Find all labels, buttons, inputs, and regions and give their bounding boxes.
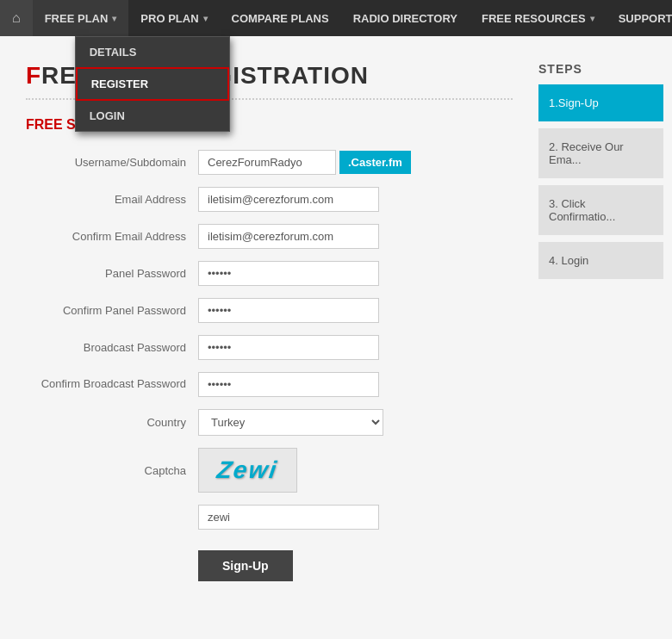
steps-panel: STEPS 1.Sign-Up 2. Receive Our Ema... 3.… [538,62,672,613]
nav-compare-plans[interactable]: COMPARE PLANS [220,0,341,36]
free-plan-dropdown: Details Register Login [75,36,230,132]
confirm-broadcast-password-row: Confirm Broadcast Password [26,372,513,397]
dropdown-register[interactable]: Register [76,67,229,101]
nav-free-plan-label: FREE PLAN [45,12,109,25]
nav-support-label: SUPPORT [619,12,672,25]
step-3: 3. Click Confirmatio... [538,185,663,235]
username-input[interactable] [198,150,336,175]
signup-button[interactable]: Sign-Up [198,550,293,581]
captcha-input[interactable] [198,505,379,530]
nav-radio-directory[interactable]: RADIO DIRECTORY [341,0,470,36]
captcha-image: Zewi [198,448,297,493]
country-select[interactable]: Turkey United States Germany France Unit… [198,409,383,436]
confirm-broadcast-password-input[interactable] [198,372,379,397]
email-input[interactable] [198,187,379,212]
email-row: Email Address [26,187,513,212]
confirm-email-row: Confirm Email Address [26,224,513,249]
dropdown-details[interactable]: Details [76,37,229,67]
dropdown-login[interactable]: Login [76,101,229,131]
captcha-display-text: Zewi [215,456,280,484]
nav-free-plan[interactable]: FREE PLAN ▾ Details Register Login [33,0,129,36]
domain-badge: .Caster.fm [339,151,411,174]
broadcast-password-row: Broadcast Password [26,335,513,360]
captcha-label: Captcha [26,464,198,477]
nav-compare-plans-label: COMPARE PLANS [232,12,329,25]
username-label: Username/Subdomain [26,156,198,169]
confirm-panel-password-label: Confirm Panel Password [26,304,198,317]
confirm-email-label: Confirm Email Address [26,230,198,243]
broadcast-password-label: Broadcast Password [26,341,198,354]
email-label: Email Address [26,193,198,206]
captcha-input-row [26,505,513,530]
nav-pro-plan-label: PRO PLAN [140,12,198,25]
registration-form: Username/Subdomain .Caster.fm Email Addr… [26,150,513,581]
confirm-panel-password-input[interactable] [198,298,379,323]
signup-button-row: Sign-Up [26,542,513,581]
steps-title: STEPS [538,62,663,76]
confirm-panel-password-row: Confirm Panel Password [26,298,513,323]
confirm-broadcast-password-label: Confirm Broadcast Password [26,377,198,392]
step-2: 2. Receive Our Ema... [538,128,663,178]
nav-radio-directory-label: RADIO DIRECTORY [353,12,457,25]
nav-pro-plan-arrow: ▾ [203,14,208,23]
nav-free-resources-label: FREE RESOURCES [482,12,586,25]
username-row: Username/Subdomain .Caster.fm [26,150,513,175]
captcha-row: Captcha Zewi [26,448,513,493]
username-group: .Caster.fm [198,150,411,175]
panel-password-label: Panel Password [26,267,198,280]
panel-password-row: Panel Password [26,261,513,286]
nav-free-plan-arrow: ▾ [112,14,116,23]
nav-support[interactable]: SUPPORT ▾ [607,0,672,36]
nav-free-resources[interactable]: FREE RESOURCES ▾ [470,0,607,36]
nav-free-resources-arrow: ▾ [590,14,594,23]
country-label: Country [26,416,198,429]
panel-password-input[interactable] [198,261,379,286]
confirm-email-input[interactable] [198,224,379,249]
main-area: F REE PLAN REGISTRATION FREE SHOUTCAST S… [0,62,538,613]
page-title-red: F [26,62,41,90]
broadcast-password-input[interactable] [198,335,379,360]
navbar: ⌂ FREE PLAN ▾ Details Register Login PRO… [0,0,672,36]
step-4: 4. Login [538,242,663,279]
home-icon: ⌂ [12,10,21,26]
step-1: 1.Sign-Up [538,84,663,121]
nav-pro-plan[interactable]: PRO PLAN ▾ [128,0,219,36]
country-row: Country Turkey United States Germany Fra… [26,409,513,436]
home-button[interactable]: ⌂ [0,0,33,36]
